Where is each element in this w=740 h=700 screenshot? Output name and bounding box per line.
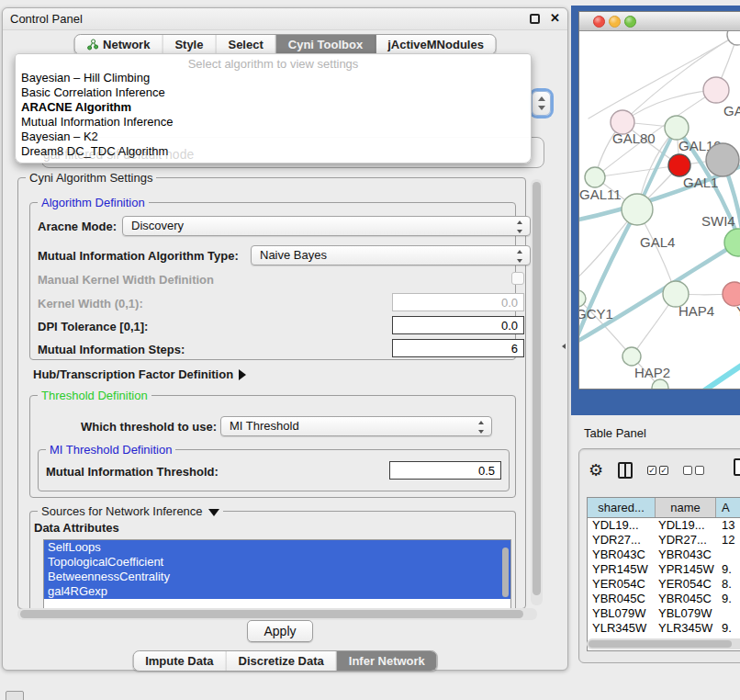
node-label: GAL1 [683, 175, 718, 190]
network-node-swi4[interactable] [724, 229, 740, 256]
table-header-row: shared... name A [588, 498, 740, 518]
network-node-gal4[interactable] [622, 194, 653, 225]
table-cell: YER054C [588, 577, 656, 592]
mi-steps-field[interactable] [392, 339, 524, 357]
column-header[interactable]: shared... [588, 498, 656, 517]
tab-network[interactable]: Network [74, 35, 163, 54]
network-node-gcy1[interactable] [579, 290, 586, 307]
apply-button[interactable]: Apply [247, 620, 313, 642]
checked-boxes-icon[interactable]: ✓✓ [647, 466, 668, 475]
table-cell: YBR045C [656, 592, 716, 606]
gear-icon[interactable]: ⚙ [589, 461, 603, 480]
algorithm-menu-item[interactable]: Dream8 DC_TDC Algorithm [16, 144, 531, 159]
network-icon [86, 39, 98, 51]
algorithm-menu-item[interactable]: Bayesian – Hill Climbing [16, 71, 531, 85]
tab-cyni-toolbox[interactable]: Cyni Toolbox [276, 35, 376, 54]
mi-threshold-field[interactable] [389, 461, 501, 480]
table-row[interactable]: YBL079WYBL079W [588, 606, 740, 621]
algorithm-menu-item[interactable]: Basic Correlation Inference [16, 85, 531, 100]
column-header[interactable]: A [716, 498, 740, 517]
tab-label: Impute Data [145, 654, 213, 668]
table-row[interactable]: YBR043CYBR043C [588, 548, 740, 562]
close-icon[interactable]: ✕ [550, 11, 560, 25]
network-node-gal[interactable] [703, 77, 729, 103]
minimize-traffic-light-icon[interactable] [609, 16, 621, 28]
which-threshold-value: MI Threshold [230, 419, 299, 433]
table-cell: YER054C [656, 577, 716, 592]
network-edge[interactable] [701, 362, 740, 389]
algorithm-menu-item[interactable]: Mutual Information Inference [16, 115, 531, 130]
node-label: Y [736, 303, 740, 319]
minimized-panel-icon[interactable] [6, 691, 24, 700]
table-row[interactable]: YER054CYER054C8. [588, 577, 740, 592]
list-scrollbar-thumb[interactable] [502, 548, 509, 597]
node-table: shared... name A YDL19...YDL19...13YDR27… [587, 497, 740, 651]
aracne-mode-combobox[interactable]: Discovery [122, 216, 531, 236]
network-edge[interactable] [579, 243, 738, 345]
table-row[interactable]: YDR27...YDR27...12 [588, 533, 740, 548]
network-node-gal11[interactable] [585, 167, 605, 187]
mi-algorithm-type-label: Mutual Information Algorithm Type: [38, 249, 239, 263]
manual-kernel-width-checkbox[interactable] [511, 272, 524, 285]
settings-horizontal-scrollbar[interactable] [17, 608, 537, 620]
zoom-traffic-light-icon[interactable] [624, 16, 636, 28]
table-row[interactable]: YDL19...YDL19...13 [588, 518, 740, 533]
network-node-gal10[interactable] [665, 116, 689, 140]
data-attribute-item[interactable]: SelfLoops [44, 540, 510, 555]
network-node[interactable] [727, 31, 740, 45]
network-window-titlebar [579, 12, 740, 31]
unchecked-boxes-icon[interactable] [683, 466, 704, 475]
network-node-gal1[interactable] [668, 154, 690, 176]
dpi-tolerance-field[interactable] [392, 316, 524, 334]
scrollbar-thumb[interactable] [533, 182, 541, 595]
table-cell [716, 606, 740, 621]
data-attribute-item[interactable]: gal4RGexp [44, 584, 510, 599]
mi-algorithm-type-combobox[interactable]: Naive Bayes [251, 245, 531, 265]
table-cell: 12 [716, 533, 740, 548]
table-horizontal-scrollbar[interactable] [587, 638, 740, 649]
hub-definition-toggle[interactable]: Hub/Transcription Factor Definition [33, 367, 246, 381]
network-node-hap2[interactable] [622, 347, 641, 366]
document-icon[interactable] [734, 458, 740, 476]
tab-jactivemnodules[interactable]: jActiveMNodules [376, 35, 496, 54]
data-attribute-item[interactable]: BetweennessCentrality [44, 570, 510, 584]
algorithm-popup-hint: Select algorithm to view settings [16, 54, 531, 71]
combo-arrows-icon [477, 419, 486, 435]
scrollbar-thumb[interactable] [589, 640, 732, 648]
scrollbar-thumb[interactable] [20, 610, 523, 618]
table-row[interactable]: YBR045CYBR045C9. [588, 592, 740, 606]
table-cell: YBR045C [588, 592, 656, 606]
float-window-icon[interactable] [530, 14, 540, 24]
close-traffic-light-icon[interactable] [593, 16, 605, 28]
tab-label: Infer Network [349, 654, 425, 668]
table-cell [716, 548, 740, 562]
column-header[interactable]: name [656, 498, 716, 517]
combo-stepper-focused[interactable] [532, 91, 551, 116]
mi-algorithm-type-value: Naive Bayes [260, 248, 327, 262]
screen: Control Panel ✕ NetworkStyleSelectCyni T… [0, 0, 740, 700]
kernel-width-field[interactable] [392, 293, 524, 311]
network-canvas[interactable]: GALGAL80GAL10GAL1GAL11GAL4SWI4YHAP4GCY1H… [579, 31, 740, 389]
columns-icon[interactable] [618, 462, 633, 479]
algorithm-menu-item[interactable]: ARACNE Algorithm [16, 100, 531, 115]
data-attributes-list[interactable]: SelfLoopsTopologicalCoefficientBetweenne… [43, 539, 511, 615]
settings-vertical-scrollbar[interactable] [531, 179, 543, 605]
which-threshold-combobox[interactable]: MI Threshold [220, 416, 492, 436]
tab-style[interactable]: Style [163, 35, 216, 54]
algorithm-menu-item[interactable]: Bayesian – K2 [16, 130, 531, 144]
splitter-collapse-icon[interactable] [562, 344, 566, 349]
tab-discretize-data[interactable]: Discretize Data [227, 651, 337, 671]
network-edge[interactable] [622, 90, 716, 122]
algorithm-definition-group: Algorithm Definition Aracne Mode: Discov… [29, 202, 516, 360]
table-row[interactable]: YPR145WYPR145W9. [588, 562, 740, 577]
data-attribute-item[interactable]: TopologicalCoefficient [44, 555, 510, 570]
tab-infer-network[interactable]: Infer Network [337, 651, 437, 671]
sources-title-text: Sources for Network Inference [41, 504, 203, 518]
table-row[interactable]: YLR345WYLR345W9. [588, 621, 740, 636]
combo-arrows-icon [515, 248, 524, 265]
network-node[interactable] [706, 143, 739, 176]
tab-impute-data[interactable]: Impute Data [133, 651, 226, 671]
node-label: GAL [723, 103, 740, 119]
expanded-arrow-icon [208, 509, 219, 516]
tab-select[interactable]: Select [216, 35, 275, 54]
